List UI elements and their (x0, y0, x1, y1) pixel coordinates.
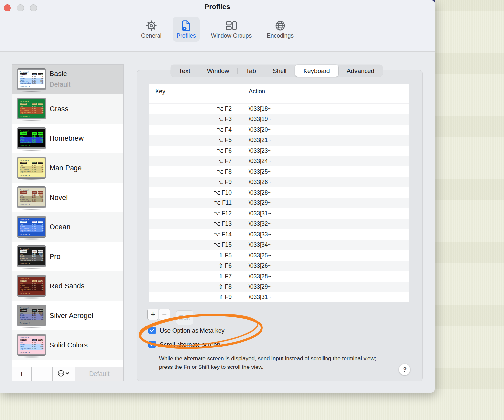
table-row[interactable]: ⇧ F9\033[31~ (149, 292, 409, 303)
set-default-button[interactable]: Default (75, 367, 123, 381)
action-cell: \033[31~ (241, 294, 271, 301)
thumb-header: COMMAND%CPURPRVT (20, 191, 43, 193)
thumb-header: COMMAND%CPURPRVT (20, 280, 43, 282)
key-cell: ⌥ F7 (149, 158, 241, 165)
toolbar-item-window-groups[interactable]: Window Groups (207, 17, 256, 42)
toolbar-item-general[interactable]: General (137, 17, 165, 42)
profile-row-silver-aerogel[interactable]: Terminal#COMMAND%CPURPRVTtop4.1%231KXcod… (12, 301, 123, 330)
key-cell: ⌥ F8 (149, 168, 241, 175)
table-row[interactable]: ⌥ F13\033[32~ (149, 219, 409, 229)
thumb-title: Terminal# (20, 189, 43, 191)
scroll-alternate-screen-label: Scroll alternate screen (160, 341, 220, 348)
profiles-document-icon (180, 20, 193, 32)
scroll-alternate-screen-checkbox[interactable] (148, 341, 156, 348)
table-row[interactable]: ⌥ F2\033[18~ (149, 104, 409, 114)
tab-text[interactable]: Text (171, 65, 199, 77)
table-row[interactable]: ⌥ F10\033[28~ (149, 187, 409, 198)
profile-row-homebrew[interactable]: Terminal#COMMAND%CPURPRVTtop4.1%231KXcod… (12, 124, 123, 153)
table-row[interactable]: ⌥ F6\033[23~ (149, 146, 409, 156)
table-row[interactable]: ⌥ F14\033[33~ (149, 229, 409, 240)
profile-row-solid-colors[interactable]: Terminal#COMMAND%CPURPRVTtop4.1%231KXcod… (12, 330, 123, 360)
profile-row-basic[interactable]: Terminal#COMMAND%CPURPRVTtop4.1%231KXcod… (12, 65, 123, 94)
table-row[interactable]: ⌥ F8\033[25~ (149, 166, 409, 177)
edit-key-mapping-button[interactable]: Edit (176, 310, 193, 325)
profile-row-novel[interactable]: Terminal#COMMAND%CPURPRVTtop4.1%231KXcod… (12, 183, 123, 212)
profile-row-man-page[interactable]: Terminal#COMMAND%CPURPRVTtop4.1%231KXcod… (12, 153, 123, 183)
alternate-screen-description: While the alternate screen is displayed,… (159, 354, 382, 371)
thumb-title: Terminal# (20, 219, 43, 220)
profile-thumbnail: Terminal#COMMAND%CPURPRVTtop4.1%231KXcod… (17, 246, 46, 267)
tab-window[interactable]: Window (199, 65, 238, 77)
profile-name: Basic (50, 70, 67, 78)
profile-actions-menu-button[interactable] (53, 367, 75, 381)
profile-row-red-sands[interactable]: Terminal#COMMAND%CPURPRVTtop4.1%231KXcod… (12, 271, 123, 301)
table-row[interactable]: ⌥ F12\033[31~ (149, 208, 409, 219)
key-cell: ⌥ F2 (149, 105, 241, 112)
key-cell: ⌥ F6 (149, 147, 241, 154)
profile-row-grass[interactable]: Terminal#COMMAND%CPURPRVTtop4.1%231KXcod… (12, 94, 123, 124)
window-groups-icon (225, 20, 238, 32)
thumb-title: Terminal# (20, 248, 43, 250)
tab-advanced[interactable]: Advanced (339, 65, 383, 77)
table-row[interactable]: ⇧ F8\033[29~ (149, 282, 409, 292)
action-cell: \033[19~ (241, 116, 271, 123)
table-row[interactable]: ⇧ F5\033[25~ (149, 250, 409, 261)
checkmark-icon (150, 342, 155, 346)
profile-name: Solid Colors (50, 341, 88, 349)
action-cell: \033[21~ (241, 137, 271, 144)
table-row[interactable]: ⌥ F7\033[24~ (149, 156, 409, 166)
thumb-title: Terminal# (20, 337, 43, 339)
minus-icon: − (162, 310, 167, 319)
toolbar-item-profiles[interactable]: Profiles (173, 17, 200, 42)
profile-row-pro[interactable]: Terminal#COMMAND%CPURPRVTtop4.1%231KXcod… (12, 242, 123, 271)
table-row[interactable]: ⌥ F11\033[29~ (149, 198, 409, 208)
profile-row-ocean[interactable]: Terminal#COMMAND%CPURPRVTtop4.1%231KXcod… (12, 212, 123, 242)
toolbar-item-label: General (141, 32, 161, 39)
add-profile-button[interactable]: + (12, 367, 32, 381)
thumb-process-row: loginwindow0.0%4M (20, 112, 43, 114)
toolbar-item-encodings[interactable]: Encodings (263, 17, 298, 42)
plus-icon: + (151, 310, 155, 319)
thumb-prompt: Terminal # (20, 292, 43, 294)
thumbnail-shadow (18, 297, 45, 299)
checkmark-icon (150, 328, 155, 333)
key-cell: ⌥ F3 (149, 116, 241, 123)
window-title: Profiles (0, 3, 435, 10)
titlebar: Profiles GeneralProfilesWindow GroupsEnc… (0, 0, 435, 52)
thumb-header: COMMAND%CPURPRVT (20, 162, 43, 164)
help-button[interactable]: ? (399, 364, 410, 375)
profile-name: Pro (50, 253, 60, 261)
action-cell: \033[23~ (241, 147, 271, 154)
thumb-process-row: loginwindow0.0%4M (20, 171, 43, 173)
action-cell: \033[26~ (241, 179, 271, 186)
thumb-prompt: Terminal # (20, 322, 43, 324)
preferences-window: Profiles GeneralProfilesWindow GroupsEnc… (0, 0, 435, 393)
profile-subtitle: Default (50, 81, 70, 88)
add-key-mapping-button[interactable]: + (147, 309, 158, 320)
thumb-header: COMMAND%CPURPRVT (20, 250, 43, 252)
use-option-as-meta-checkbox[interactable] (148, 327, 156, 334)
remove-profile-button[interactable]: − (32, 367, 53, 381)
tab-tab[interactable]: Tab (238, 65, 264, 77)
thumbnail-shadow (18, 208, 45, 210)
action-cell: \033[20~ (241, 126, 271, 133)
toolbar-item-label: Profiles (177, 32, 196, 39)
profiles-sidebar: Terminal#COMMAND%CPURPRVTtop4.1%231KXcod… (12, 64, 124, 381)
tab-keyboard[interactable]: Keyboard (295, 65, 338, 77)
profile-list: Terminal#COMMAND%CPURPRVTtop4.1%231KXcod… (12, 65, 123, 367)
table-row[interactable]: ⌥ F5\033[21~ (149, 135, 409, 146)
key-cell: ⇧ F6 (149, 262, 241, 269)
table-row[interactable]: ⌥ F15\033[34~ (149, 240, 409, 250)
table-row[interactable]: ⇧ F7\033[28~ (149, 271, 409, 282)
table-row[interactable]: ⇧ F6\033[26~ (149, 261, 409, 271)
thumb-title: Terminal# (20, 130, 43, 132)
remove-key-mapping-button[interactable]: − (159, 309, 170, 320)
profile-name: Man Page (50, 164, 82, 172)
table-row[interactable]: ⌥ F4\033[20~ (149, 125, 409, 135)
table-row[interactable]: ⌥ F3\033[19~ (149, 114, 409, 125)
tab-shell[interactable]: Shell (264, 65, 295, 77)
thumb-prompt: Terminal # (20, 174, 43, 176)
thumb-header: COMMAND%CPURPRVT (20, 339, 43, 341)
thumb-process-row: loginwindow0.0%4M (20, 348, 43, 350)
table-row[interactable]: ⌥ F9\033[26~ (149, 177, 409, 187)
